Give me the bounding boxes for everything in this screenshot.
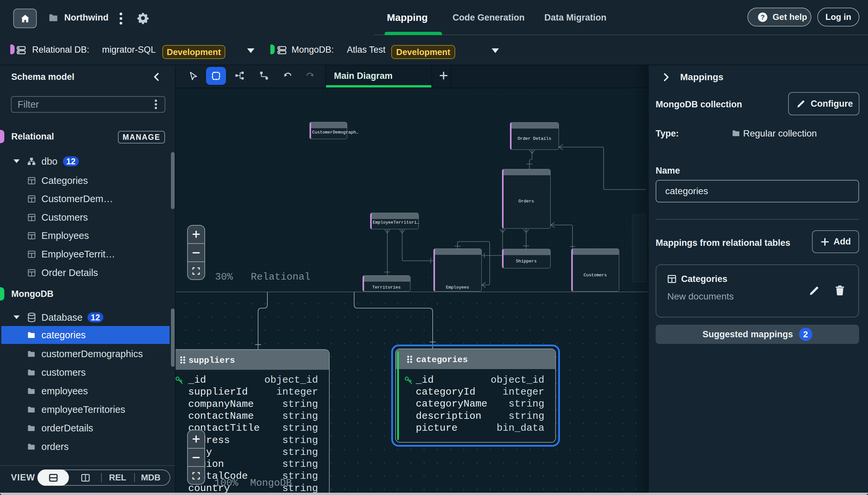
svg-text:?: ? (761, 14, 765, 21)
